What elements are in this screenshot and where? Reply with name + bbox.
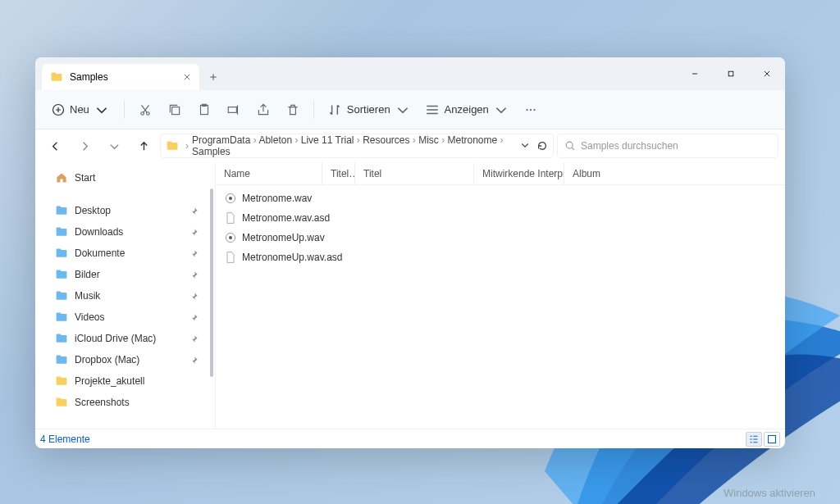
pin-icon xyxy=(189,249,199,258)
column-headers: Name Titel… Titel Mitwirkende Interpre… … xyxy=(216,162,785,185)
column-titel-short[interactable]: Titel… xyxy=(322,162,355,184)
sidebar-item[interactable]: Desktop xyxy=(35,200,215,221)
status-count: 4 Elemente xyxy=(40,434,90,445)
address-field[interactable]: › ProgramData › Ableton › Live 11 Trial … xyxy=(160,134,554,158)
address-bar-row: › ProgramData › Ableton › Live 11 Trial … xyxy=(35,129,785,162)
sidebar-item-label: Dokumente xyxy=(75,247,125,259)
explorer-window: Samples Neu Sortieren Anzei xyxy=(35,57,785,448)
paste-button[interactable] xyxy=(190,97,218,123)
new-tab-button[interactable] xyxy=(199,64,227,90)
breadcrumb-item[interactable]: ProgramData xyxy=(192,134,250,146)
sidebar-item[interactable]: Bilder xyxy=(35,264,215,285)
copy-button[interactable] xyxy=(161,97,189,123)
breadcrumb-item[interactable]: Metronome xyxy=(448,134,498,146)
folder-icon xyxy=(55,311,68,324)
column-album[interactable]: Album xyxy=(564,162,646,184)
rename-icon xyxy=(226,102,241,117)
sidebar-item-label: Screenshots xyxy=(75,397,130,408)
sidebar-item[interactable]: Dropbox (Mac) xyxy=(35,349,215,370)
chevron-right-icon: › xyxy=(497,134,503,146)
folder-icon xyxy=(55,332,68,345)
sidebar-item[interactable]: Dokumente xyxy=(35,243,215,264)
file-icon xyxy=(224,251,237,264)
back-button[interactable] xyxy=(42,133,68,159)
spacer xyxy=(35,188,215,200)
file-row[interactable]: MetronomeUp.wav.asd xyxy=(216,247,785,267)
breadcrumb-item[interactable]: Live 11 Trial xyxy=(301,134,354,146)
breadcrumb-item[interactable]: Resources xyxy=(363,134,409,146)
folder-icon xyxy=(50,70,63,84)
sidebar: Start DesktopDownloadsDokumenteBilderMus… xyxy=(35,162,216,429)
cut-button[interactable] xyxy=(131,97,159,123)
sidebar-item[interactable]: Videos xyxy=(35,306,215,328)
more-button[interactable] xyxy=(517,97,545,123)
file-name: MetronomeUp.wav.asd xyxy=(242,252,343,263)
sidebar-item[interactable]: Screenshots xyxy=(35,392,215,413)
share-icon xyxy=(256,102,271,117)
chevron-right-icon: › xyxy=(250,134,258,146)
pin-icon xyxy=(189,356,199,365)
sidebar-item[interactable]: iCloud Drive (Mac) xyxy=(35,328,215,349)
sidebar-item[interactable]: Projekte_akutell xyxy=(35,370,215,392)
folder-icon xyxy=(166,139,179,152)
folder-icon xyxy=(55,247,68,260)
maximize-button[interactable] xyxy=(713,57,749,90)
new-button[interactable]: Neu xyxy=(43,97,117,123)
chevron-down-icon[interactable] xyxy=(520,140,530,150)
search-placeholder: Samples durchsuchen xyxy=(581,140,678,152)
rename-button[interactable] xyxy=(220,97,248,123)
folder-icon xyxy=(55,225,68,238)
tab-close-button[interactable] xyxy=(181,71,193,83)
sidebar-item-label: Dropbox (Mac) xyxy=(75,354,139,366)
folder-icon xyxy=(55,353,68,366)
sort-button[interactable]: Sortieren xyxy=(321,97,417,123)
details-view-button[interactable] xyxy=(746,432,762,447)
share-button[interactable] xyxy=(249,97,277,123)
forward-button[interactable] xyxy=(71,133,98,159)
file-row[interactable]: Metronome.wav.asd xyxy=(216,208,785,228)
home-icon xyxy=(55,171,68,184)
recent-button[interactable] xyxy=(101,133,127,159)
folder-icon xyxy=(55,268,68,281)
sidebar-item-label: Downloads xyxy=(75,226,123,238)
view-button[interactable]: Anzeigen xyxy=(418,97,515,123)
file-icon xyxy=(224,211,237,225)
pin-icon xyxy=(189,334,199,343)
folder-icon xyxy=(55,396,68,409)
file-row[interactable]: Metronome.wav xyxy=(216,188,785,208)
sidebar-start-label: Start xyxy=(75,172,95,184)
sidebar-item[interactable]: Downloads xyxy=(35,221,215,243)
activation-watermark: Windows aktivieren xyxy=(724,487,815,499)
sort-label: Sortieren xyxy=(347,103,390,116)
sidebar-scrollbar[interactable] xyxy=(210,188,213,377)
file-icon xyxy=(224,192,237,205)
delete-button[interactable] xyxy=(279,97,307,123)
trash-icon xyxy=(285,102,300,117)
view-icon xyxy=(425,102,440,117)
breadcrumb-item[interactable]: Misc xyxy=(418,134,439,146)
minimize-button[interactable] xyxy=(677,57,713,90)
pin-icon xyxy=(189,270,199,279)
refresh-button[interactable] xyxy=(536,140,548,152)
column-name[interactable]: Name xyxy=(216,162,322,184)
file-name: Metronome.wav xyxy=(242,193,312,204)
column-artists[interactable]: Mitwirkende Interpre… xyxy=(474,162,564,184)
tab-bar: Samples xyxy=(35,57,785,90)
chevron-right-icon: › xyxy=(292,134,301,146)
tab-samples[interactable]: Samples xyxy=(42,64,199,90)
close-button[interactable] xyxy=(749,57,785,90)
large-icons-view-button[interactable] xyxy=(764,432,780,447)
content-area: Start DesktopDownloadsDokumenteBilderMus… xyxy=(35,162,785,429)
sidebar-item-label: Bilder xyxy=(75,269,100,280)
sidebar-start[interactable]: Start xyxy=(35,167,215,188)
breadcrumb-item[interactable]: Ableton xyxy=(258,134,292,146)
file-row[interactable]: MetronomeUp.wav xyxy=(216,228,785,247)
breadcrumb-item[interactable]: Samples xyxy=(192,146,231,157)
sidebar-item[interactable]: Musik xyxy=(35,285,215,306)
chevron-right-icon: › xyxy=(439,134,448,146)
chevron-down-icon xyxy=(395,102,410,117)
search-field[interactable]: Samples durchsuchen xyxy=(557,134,778,158)
file-list: Metronome.wavMetronome.wav.asdMetronomeU… xyxy=(216,185,785,270)
up-button[interactable] xyxy=(130,133,157,159)
column-titel[interactable]: Titel xyxy=(355,162,474,184)
